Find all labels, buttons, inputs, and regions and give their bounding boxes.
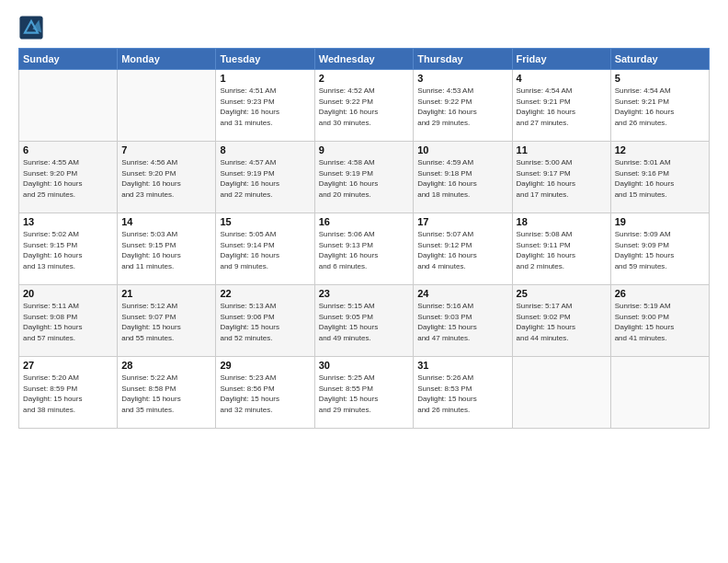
calendar-cell — [610, 357, 709, 429]
calendar-cell: 21Sunrise: 5:12 AM Sunset: 9:07 PM Dayli… — [118, 285, 216, 357]
day-header-friday: Friday — [512, 49, 610, 70]
calendar-cell: 9Sunrise: 4:58 AM Sunset: 9:19 PM Daylig… — [314, 142, 413, 213]
calendar-cell: 20Sunrise: 5:11 AM Sunset: 9:08 PM Dayli… — [19, 285, 118, 357]
calendar-cell: 13Sunrise: 5:02 AM Sunset: 9:15 PM Dayli… — [19, 213, 118, 285]
day-info: Sunrise: 5:17 AM Sunset: 9:02 PM Dayligh… — [517, 301, 607, 343]
day-info: Sunrise: 5:13 AM Sunset: 9:06 PM Dayligh… — [220, 301, 310, 343]
calendar-cell: 1Sunrise: 4:51 AM Sunset: 9:23 PM Daylig… — [216, 70, 314, 142]
day-info: Sunrise: 4:51 AM Sunset: 9:23 PM Dayligh… — [220, 86, 310, 128]
calendar-week-row: 6Sunrise: 4:55 AM Sunset: 9:20 PM Daylig… — [19, 142, 710, 213]
calendar-cell: 16Sunrise: 5:06 AM Sunset: 9:13 PM Dayli… — [314, 213, 413, 285]
day-number: 2 — [319, 73, 409, 84]
day-header-sunday: Sunday — [19, 49, 118, 70]
day-number: 21 — [121, 288, 211, 299]
day-number: 24 — [417, 288, 507, 299]
day-info: Sunrise: 4:59 AM Sunset: 9:18 PM Dayligh… — [417, 157, 507, 200]
day-number: 27 — [23, 360, 113, 371]
day-number: 20 — [23, 288, 113, 299]
day-info: Sunrise: 5:05 AM Sunset: 9:14 PM Dayligh… — [220, 229, 310, 271]
day-number: 22 — [220, 288, 310, 299]
day-number: 3 — [417, 73, 507, 84]
day-info: Sunrise: 4:57 AM Sunset: 9:19 PM Dayligh… — [220, 157, 310, 200]
day-number: 7 — [121, 144, 211, 155]
calendar-cell: 22Sunrise: 5:13 AM Sunset: 9:06 PM Dayli… — [216, 285, 314, 357]
day-number: 16 — [319, 216, 409, 227]
calendar-week-row: 27Sunrise: 5:20 AM Sunset: 8:59 PM Dayli… — [19, 357, 710, 429]
day-info: Sunrise: 5:06 AM Sunset: 9:13 PM Dayligh… — [319, 229, 409, 271]
day-number: 12 — [615, 144, 705, 155]
day-info: Sunrise: 5:01 AM Sunset: 9:16 PM Dayligh… — [615, 157, 705, 200]
page: SundayMondayTuesdayWednesdayThursdayFrid… — [0, 0, 728, 563]
day-number: 25 — [517, 288, 607, 299]
calendar-cell — [118, 70, 216, 142]
calendar-cell: 4Sunrise: 4:54 AM Sunset: 9:21 PM Daylig… — [512, 70, 610, 142]
day-info: Sunrise: 5:22 AM Sunset: 8:58 PM Dayligh… — [121, 373, 211, 415]
day-number: 31 — [417, 360, 507, 371]
calendar-cell — [19, 70, 118, 142]
day-info: Sunrise: 5:12 AM Sunset: 9:07 PM Dayligh… — [121, 301, 211, 343]
day-number: 10 — [417, 144, 507, 155]
calendar-cell: 31Sunrise: 5:26 AM Sunset: 8:53 PM Dayli… — [414, 357, 512, 429]
calendar-cell: 27Sunrise: 5:20 AM Sunset: 8:59 PM Dayli… — [19, 357, 118, 429]
day-number: 14 — [121, 216, 211, 227]
day-number: 6 — [23, 144, 113, 155]
calendar-cell: 14Sunrise: 5:03 AM Sunset: 9:15 PM Dayli… — [118, 213, 216, 285]
calendar-cell: 28Sunrise: 5:22 AM Sunset: 8:58 PM Dayli… — [118, 357, 216, 429]
day-info: Sunrise: 5:26 AM Sunset: 8:53 PM Dayligh… — [417, 373, 507, 415]
day-info: Sunrise: 5:02 AM Sunset: 9:15 PM Dayligh… — [23, 229, 113, 271]
day-info: Sunrise: 5:16 AM Sunset: 9:03 PM Dayligh… — [417, 301, 507, 343]
day-header-thursday: Thursday — [414, 49, 512, 70]
day-number: 26 — [615, 288, 705, 299]
day-number: 4 — [517, 73, 607, 84]
day-info: Sunrise: 4:58 AM Sunset: 9:19 PM Dayligh… — [319, 157, 409, 200]
calendar-cell: 15Sunrise: 5:05 AM Sunset: 9:14 PM Dayli… — [216, 213, 314, 285]
calendar-cell: 18Sunrise: 5:08 AM Sunset: 9:11 PM Dayli… — [512, 213, 610, 285]
day-header-monday: Monday — [118, 49, 216, 70]
calendar-week-row: 20Sunrise: 5:11 AM Sunset: 9:08 PM Dayli… — [19, 285, 710, 357]
day-number: 8 — [220, 144, 310, 155]
calendar-cell: 29Sunrise: 5:23 AM Sunset: 8:56 PM Dayli… — [216, 357, 314, 429]
day-info: Sunrise: 5:20 AM Sunset: 8:59 PM Dayligh… — [23, 373, 113, 415]
calendar-cell: 25Sunrise: 5:17 AM Sunset: 9:02 PM Dayli… — [512, 285, 610, 357]
day-number: 13 — [23, 216, 113, 227]
day-number: 17 — [417, 216, 507, 227]
logo-icon — [18, 15, 44, 40]
day-info: Sunrise: 5:19 AM Sunset: 9:00 PM Dayligh… — [615, 301, 705, 343]
day-number: 28 — [121, 360, 211, 371]
day-info: Sunrise: 4:52 AM Sunset: 9:22 PM Dayligh… — [319, 86, 409, 128]
calendar-cell: 6Sunrise: 4:55 AM Sunset: 9:20 PM Daylig… — [19, 142, 118, 213]
day-header-wednesday: Wednesday — [314, 49, 413, 70]
day-number: 15 — [220, 216, 310, 227]
day-number: 5 — [615, 73, 705, 84]
calendar-cell: 3Sunrise: 4:53 AM Sunset: 9:22 PM Daylig… — [414, 70, 512, 142]
day-info: Sunrise: 4:54 AM Sunset: 9:21 PM Dayligh… — [517, 86, 607, 128]
calendar-cell: 12Sunrise: 5:01 AM Sunset: 9:16 PM Dayli… — [610, 142, 709, 213]
calendar-cell: 17Sunrise: 5:07 AM Sunset: 9:12 PM Dayli… — [414, 213, 512, 285]
calendar-cell: 5Sunrise: 4:54 AM Sunset: 9:21 PM Daylig… — [610, 70, 709, 142]
day-header-tuesday: Tuesday — [216, 49, 314, 70]
calendar-cell: 30Sunrise: 5:25 AM Sunset: 8:55 PM Dayli… — [314, 357, 413, 429]
calendar-cell: 7Sunrise: 4:56 AM Sunset: 9:20 PM Daylig… — [118, 142, 216, 213]
calendar-cell: 8Sunrise: 4:57 AM Sunset: 9:19 PM Daylig… — [216, 142, 314, 213]
calendar-cell: 10Sunrise: 4:59 AM Sunset: 9:18 PM Dayli… — [414, 142, 512, 213]
logo — [18, 15, 48, 40]
day-info: Sunrise: 5:25 AM Sunset: 8:55 PM Dayligh… — [319, 373, 409, 415]
calendar-cell: 11Sunrise: 5:00 AM Sunset: 9:17 PM Dayli… — [512, 142, 610, 213]
day-info: Sunrise: 4:55 AM Sunset: 9:20 PM Dayligh… — [23, 157, 113, 200]
calendar-header-row: SundayMondayTuesdayWednesdayThursdayFrid… — [19, 49, 710, 70]
calendar-week-row: 1Sunrise: 4:51 AM Sunset: 9:23 PM Daylig… — [19, 70, 710, 142]
day-info: Sunrise: 5:23 AM Sunset: 8:56 PM Dayligh… — [220, 373, 310, 415]
calendar-cell: 24Sunrise: 5:16 AM Sunset: 9:03 PM Dayli… — [414, 285, 512, 357]
day-info: Sunrise: 5:09 AM Sunset: 9:09 PM Dayligh… — [615, 229, 705, 271]
day-number: 1 — [220, 73, 310, 84]
day-number: 9 — [319, 144, 409, 155]
day-info: Sunrise: 4:56 AM Sunset: 9:20 PM Dayligh… — [121, 157, 211, 200]
day-number: 11 — [517, 144, 607, 155]
header — [18, 15, 710, 40]
day-info: Sunrise: 5:03 AM Sunset: 9:15 PM Dayligh… — [121, 229, 211, 271]
day-info: Sunrise: 5:08 AM Sunset: 9:11 PM Dayligh… — [517, 229, 607, 271]
day-info: Sunrise: 5:00 AM Sunset: 9:17 PM Dayligh… — [517, 157, 607, 200]
day-number: 29 — [220, 360, 310, 371]
day-info: Sunrise: 4:53 AM Sunset: 9:22 PM Dayligh… — [417, 86, 507, 128]
day-number: 19 — [615, 216, 705, 227]
